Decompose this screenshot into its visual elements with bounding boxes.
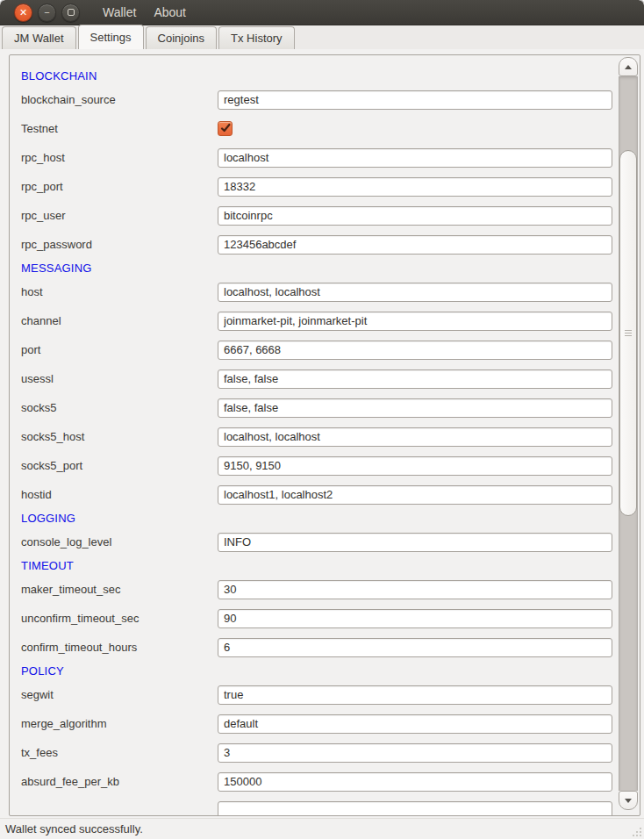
resize-grip-icon[interactable] xyxy=(631,826,641,836)
field-unconfirm-timeout-sec-input[interactable] xyxy=(218,609,612,628)
tab-bar: JM WalletSettingsCoinjoinsTx History xyxy=(0,25,644,50)
field-socks5-input[interactable] xyxy=(218,398,612,418)
tab-tx-history[interactable]: Tx History xyxy=(218,26,295,49)
field-socks5-host-label: socks5_host xyxy=(21,430,218,443)
field-channel-input[interactable] xyxy=(218,312,612,331)
field-tx-fees-input[interactable] xyxy=(218,743,612,763)
field-tx-fees-label: tx_fees xyxy=(21,746,218,759)
titlebar: ✕ − WalletAbout xyxy=(0,0,644,25)
form-row-testnet: Testnet xyxy=(21,114,612,143)
menu-about[interactable]: About xyxy=(145,2,195,23)
field-rpc-password-input[interactable] xyxy=(218,235,612,255)
menu-wallet[interactable]: Wallet xyxy=(94,2,145,23)
scrollbar-track[interactable] xyxy=(619,76,638,791)
form-row-merge-algorithm: merge_algorithm xyxy=(21,709,612,738)
field-testnet-label: Testnet xyxy=(21,122,218,135)
form-row-rpc-user: rpc_user xyxy=(21,201,612,230)
field-absurd-fee-per-kb-input[interactable] xyxy=(218,772,612,792)
scrollbar-grip-icon xyxy=(625,330,632,336)
field-console-log-level-input[interactable] xyxy=(218,533,612,552)
scroll-up-icon xyxy=(625,65,632,69)
field-segwit-label: segwit xyxy=(21,688,218,701)
tab-settings[interactable]: Settings xyxy=(78,25,144,49)
field-rpc-port-input[interactable] xyxy=(218,177,612,197)
field-merge-algorithm-label: merge_algorithm xyxy=(21,717,218,730)
section-header-policy: POLICY xyxy=(21,662,612,680)
section-header-blockchain: BLOCKCHAIN xyxy=(21,67,612,85)
field-socks5-label: socks5 xyxy=(21,401,218,414)
field-testnet-checkbox[interactable] xyxy=(218,121,233,136)
form-row-unconfirm-timeout-sec: unconfirm_timeout_sec xyxy=(21,604,612,633)
field-absurd-fee-per-kb-label: absurd_fee_per_kb xyxy=(21,775,218,788)
tab-coinjoins[interactable]: Coinjoins xyxy=(146,26,217,49)
field-host-label: host xyxy=(21,285,218,298)
form-row-socks5-port: socks5_port xyxy=(21,451,612,480)
scroll-up-button[interactable] xyxy=(619,57,638,76)
field-port-label: port xyxy=(21,343,218,356)
field-rpc-host-label: rpc_host xyxy=(21,151,218,164)
form-row-socks5-host: socks5_host xyxy=(21,422,612,451)
close-icon: ✕ xyxy=(19,8,27,18)
form-row-blank xyxy=(21,796,612,816)
settings-form: BLOCKCHAINblockchain_sourceTestnetrpc_ho… xyxy=(10,55,640,816)
form-row-rpc-port: rpc_port xyxy=(21,172,612,201)
form-row-rpc-host: rpc_host xyxy=(21,143,612,172)
field-usessl-input[interactable] xyxy=(218,369,612,389)
settings-scroll-area: BLOCKCHAINblockchain_sourceTestnetrpc_ho… xyxy=(9,54,640,816)
field-maker-timeout-sec-input[interactable] xyxy=(218,580,612,599)
field-maker-timeout-sec-label: maker_timeout_sec xyxy=(21,583,218,596)
field-blockchain-source-label: blockchain_source xyxy=(21,93,218,106)
form-row-console-log-level: console_log_level xyxy=(21,527,612,556)
status-message: Wallet synced successfully. xyxy=(5,822,143,835)
field-blockchain-source-input[interactable] xyxy=(218,90,612,110)
field-hostid-label: hostid xyxy=(21,488,218,501)
field-merge-algorithm-input[interactable] xyxy=(218,714,612,734)
field-channel-label: channel xyxy=(21,314,218,327)
field-console-log-level-label: console_log_level xyxy=(21,535,218,549)
field-socks5-port-label: socks5_port xyxy=(21,459,218,472)
scrollbar-thumb[interactable] xyxy=(619,150,637,516)
section-header-timeout: TIMEOUT xyxy=(21,556,612,575)
field-unconfirm-timeout-sec-label: unconfirm_timeout_sec xyxy=(21,612,218,625)
maximize-icon xyxy=(68,9,75,16)
form-row-hostid: hostid xyxy=(21,480,612,509)
vertical-scrollbar[interactable] xyxy=(619,57,638,810)
form-row-absurd-fee-per-kb: absurd_fee_per_kb xyxy=(21,767,612,796)
scroll-down-button[interactable] xyxy=(619,791,638,810)
field-rpc-user-input[interactable] xyxy=(218,206,612,226)
form-row-tx-fees: tx_fees xyxy=(21,738,612,767)
close-button[interactable]: ✕ xyxy=(14,4,32,22)
form-row-channel: channel xyxy=(21,306,612,335)
form-row-maker-timeout-sec: maker_timeout_sec xyxy=(21,575,612,604)
field-confirm-timeout-hours-input[interactable] xyxy=(218,638,612,657)
minimize-icon: − xyxy=(44,8,49,18)
field-blank-input[interactable] xyxy=(218,801,612,817)
field-confirm-timeout-hours-label: confirm_timeout_hours xyxy=(21,641,218,654)
field-rpc-port-label: rpc_port xyxy=(21,180,218,193)
form-row-segwit: segwit xyxy=(21,680,612,709)
tab-jm-wallet[interactable]: JM Wallet xyxy=(2,26,76,49)
field-usessl-label: usessl xyxy=(21,372,218,385)
form-row-blockchain-source: blockchain_source xyxy=(21,85,612,114)
section-header-messaging: MESSAGING xyxy=(21,259,612,277)
field-segwit-input[interactable] xyxy=(218,685,612,705)
field-socks5-host-input[interactable] xyxy=(218,427,612,447)
minimize-button[interactable]: − xyxy=(38,4,56,22)
titlebar-menu: WalletAbout xyxy=(94,2,195,23)
field-hostid-input[interactable] xyxy=(218,485,612,505)
field-port-input[interactable] xyxy=(218,341,612,360)
section-header-logging: LOGGING xyxy=(21,509,612,527)
scroll-down-icon xyxy=(625,799,632,803)
form-row-usessl: usessl xyxy=(21,364,612,393)
app-window: ✕ − WalletAbout JM WalletSettingsCoinjoi… xyxy=(0,0,644,839)
field-socks5-port-input[interactable] xyxy=(218,456,612,476)
field-rpc-host-input[interactable] xyxy=(218,148,612,168)
form-row-host: host xyxy=(21,277,612,306)
field-host-input[interactable] xyxy=(218,283,612,302)
form-row-confirm-timeout-hours: confirm_timeout_hours xyxy=(21,633,612,662)
maximize-button[interactable] xyxy=(61,4,80,22)
form-row-port: port xyxy=(21,335,612,364)
field-rpc-user-label: rpc_user xyxy=(21,209,218,222)
status-bar: Wallet synced successfully. xyxy=(0,818,644,839)
checkmark-icon xyxy=(219,122,232,134)
